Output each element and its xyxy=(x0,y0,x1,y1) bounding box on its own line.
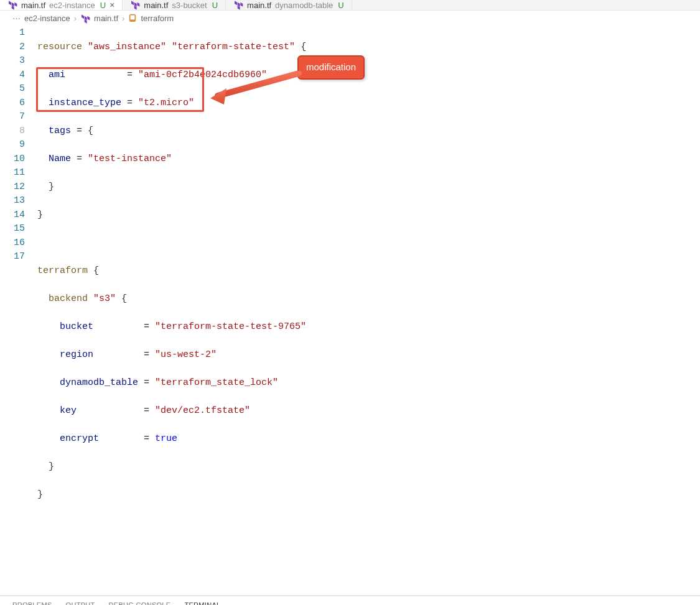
breadcrumb[interactable]: ⋯ ec2-instance › main.tf › terraform xyxy=(0,11,700,26)
panel-tabs: PROBLEMS OUTPUT DEBUG CONSOLE TERMINAL xyxy=(0,596,700,605)
tab-terminal[interactable]: TERMINAL xyxy=(184,601,220,605)
callout-modification: modification xyxy=(297,55,365,80)
code-editor[interactable]: 1 2 3 4 5 6 7 8 9 10 11 12 13 14 15 16 1… xyxy=(0,26,700,570)
tab-problems[interactable]: PROBLEMS xyxy=(12,601,52,605)
code-content[interactable]: resource "aws_instance" "terraform-state… xyxy=(37,26,700,558)
terraform-icon xyxy=(130,0,140,10)
breadcrumb-symbol[interactable]: terraform xyxy=(141,14,174,23)
terraform-icon xyxy=(233,0,243,10)
breadcrumb-folder[interactable]: ec2-instance xyxy=(24,14,70,23)
symbol-icon xyxy=(128,13,137,24)
tab-output[interactable]: OUTPUT xyxy=(66,601,95,605)
tab-dynamodb-table[interactable]: main.tf dynamodb-table U xyxy=(226,0,352,10)
tab-ec2-instance[interactable]: main.tf ec2-instance U × xyxy=(0,0,123,10)
tab-file-name: main.tf xyxy=(21,1,45,10)
line-gutter: 1 2 3 4 5 6 7 8 9 10 11 12 13 14 15 16 1… xyxy=(0,26,37,558)
terraform-icon xyxy=(80,14,90,24)
tab-git-status: U xyxy=(100,1,106,10)
tab-file-name: main.tf xyxy=(247,1,271,10)
tab-folder-name: dynamodb-table xyxy=(275,1,333,10)
tab-git-status: U xyxy=(338,1,343,10)
chevron-right-icon: › xyxy=(122,14,124,23)
tab-bar: main.tf ec2-instance U × main.tf s3-buck… xyxy=(0,0,700,11)
tab-folder-name: s3-bucket xyxy=(172,1,207,10)
tab-s3-bucket[interactable]: main.tf s3-bucket U xyxy=(123,0,226,10)
chevron-right-icon: › xyxy=(74,14,77,23)
tab-debug-console[interactable]: DEBUG CONSOLE xyxy=(109,601,171,605)
tab-file-name: main.tf xyxy=(144,1,168,10)
terraform-icon xyxy=(7,0,17,10)
tab-folder-name: ec2-instance xyxy=(49,1,95,10)
tab-git-status: U xyxy=(212,1,218,10)
breadcrumb-file[interactable]: main.tf xyxy=(94,14,118,23)
dots-icon: ⋯ xyxy=(12,14,21,23)
close-icon[interactable]: × xyxy=(110,1,114,9)
